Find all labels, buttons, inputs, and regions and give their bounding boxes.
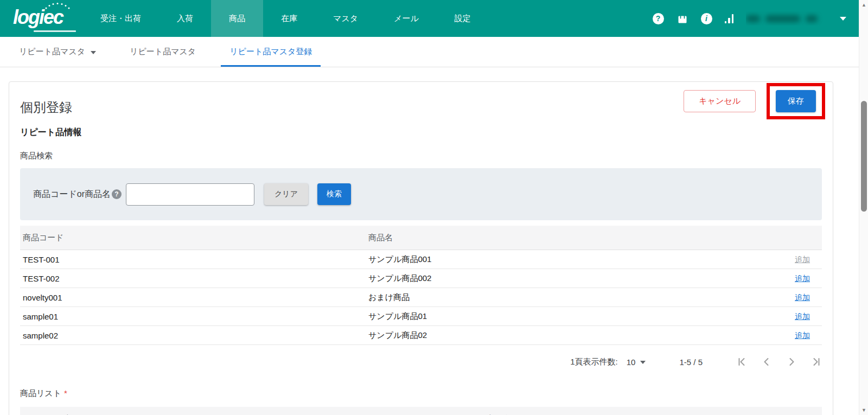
- cell-product-code: TEST-002: [20, 274, 368, 283]
- signal-bars-icon[interactable]: [725, 14, 734, 23]
- per-page-select[interactable]: 10: [627, 357, 646, 367]
- cell-product-code: TEST-001: [20, 255, 368, 264]
- nav-item-stock[interactable]: 在庫: [263, 0, 315, 37]
- cell-product-name: サンプル商品01: [368, 311, 795, 322]
- table-row: sample02 サンプル商品02 追加: [20, 326, 822, 345]
- table-row: TEST-002 サンプル商品002 追加: [20, 269, 822, 288]
- pagination-range: 1-5 / 5: [679, 357, 703, 367]
- pager-controls: [736, 356, 822, 367]
- next-page-icon[interactable]: [786, 356, 797, 367]
- col-header-product-name: 商品名: [368, 233, 822, 243]
- product-list-header-row: リピート品商品コード* リピート品商品名: [20, 407, 822, 415]
- search-field-label: 商品コードor商品名 ?: [33, 189, 122, 200]
- tab-repeat-master[interactable]: リピート品マスタ: [130, 37, 196, 67]
- table-row: sample01 サンプル商品01 追加: [20, 307, 822, 326]
- field-help-icon[interactable]: ?: [112, 189, 122, 199]
- annotation-highlight-box: 保存: [767, 83, 825, 119]
- logo-tagline: [34, 30, 76, 32]
- logo-rays-icon: [44, 2, 71, 9]
- nav-menu: 受注・出荷 入荷 商品 在庫 マスタ メール 設定: [82, 0, 489, 37]
- nav-item-master[interactable]: マスタ: [315, 0, 376, 37]
- per-page-label: 1頁表示件数:: [570, 357, 618, 367]
- nav-item-settings[interactable]: 設定: [437, 0, 489, 37]
- last-page-icon[interactable]: [811, 356, 822, 367]
- add-link-disabled: 追加: [795, 255, 810, 264]
- tab-dropdown-label: リピート品マスタ: [19, 47, 85, 57]
- nav-item-mail[interactable]: メール: [376, 0, 437, 37]
- table-row: TEST-001 サンプル商品001 追加: [20, 250, 822, 269]
- cell-product-name: おまけ商品: [368, 292, 795, 303]
- cell-product-name: サンプル商品001: [368, 254, 795, 265]
- add-link[interactable]: 追加: [795, 331, 810, 340]
- pagination-bar: 1頁表示件数: 10 1-5 / 5: [20, 350, 822, 374]
- logo-text: logiec: [13, 8, 63, 27]
- navbar-right: ? i: [653, 0, 847, 37]
- add-link[interactable]: 追加: [795, 293, 810, 302]
- chevron-down-icon: [640, 361, 646, 364]
- cell-product-code: novelty001: [20, 293, 368, 302]
- scroll-up-icon[interactable]: ▲: [859, 1, 868, 9]
- cell-product-name: サンプル商品02: [368, 330, 795, 341]
- cell-product-name: サンプル商品002: [368, 273, 795, 284]
- chevron-down-icon: [91, 51, 96, 54]
- info-icon[interactable]: i: [701, 13, 712, 24]
- header-buttons: キャンセル 保存: [684, 83, 825, 119]
- page-title: 個別登録: [20, 87, 72, 116]
- shopping-bag-icon[interactable]: [676, 12, 688, 24]
- user-menu-caret-icon[interactable]: [840, 17, 846, 21]
- cell-product-code: sample02: [20, 331, 368, 340]
- required-asterisk: *: [64, 388, 67, 398]
- col-header-product-code: 商品コード: [20, 233, 368, 243]
- help-icon[interactable]: ?: [653, 13, 664, 24]
- prev-page-icon[interactable]: [761, 356, 772, 367]
- nav-item-orders[interactable]: 受注・出荷: [82, 0, 159, 37]
- scroll-down-icon[interactable]: ▼: [859, 406, 868, 414]
- vertical-scrollbar[interactable]: ▲ ▼: [859, 0, 868, 415]
- section-title: リピート品情報: [20, 127, 822, 138]
- register-card: 個別登録 キャンセル 保存 リピート品情報 商品検索 商品コードor商品名 ? …: [9, 81, 833, 415]
- clear-button[interactable]: クリア: [264, 183, 308, 205]
- add-link[interactable]: 追加: [795, 274, 810, 283]
- nav-item-products[interactable]: 商品: [211, 0, 263, 37]
- table-header-row: 商品コード 商品名: [20, 226, 822, 250]
- sub-tabbar: リピート品マスタ リピート品マスタ リピート品マスタ登録: [0, 37, 868, 67]
- search-button[interactable]: 検索: [317, 183, 351, 205]
- card-header: 個別登録 キャンセル 保存: [9, 82, 833, 119]
- save-button[interactable]: 保存: [776, 90, 816, 112]
- search-results-table: 商品コード 商品名 TEST-001 サンプル商品001 追加 TEST-002…: [20, 226, 822, 345]
- tab-repeat-master-dropdown[interactable]: リピート品マスタ: [19, 37, 96, 67]
- table-row: novelty001 おまけ商品 追加: [20, 288, 822, 307]
- user-account-redacted[interactable]: [746, 11, 827, 25]
- add-link[interactable]: 追加: [795, 312, 810, 321]
- product-list-title: 商品リスト*: [20, 388, 822, 399]
- logiec-logo[interactable]: logiec: [13, 0, 63, 37]
- first-page-icon[interactable]: [736, 356, 747, 367]
- nav-item-inbound[interactable]: 入荷: [159, 0, 211, 37]
- product-search-panel: 商品コードor商品名 ? クリア 検索: [20, 168, 822, 220]
- product-search-title: 商品検索: [20, 151, 822, 161]
- scrollbar-thumb[interactable]: [861, 101, 867, 212]
- top-navbar: logiec 受注・出荷 入荷 商品 在庫 マスタ メール 設定 ? i: [0, 0, 868, 37]
- tab-repeat-master-register[interactable]: リピート品マスタ登録: [229, 37, 312, 67]
- search-input[interactable]: [126, 183, 254, 206]
- cell-product-code: sample01: [20, 312, 368, 321]
- cancel-button[interactable]: キャンセル: [684, 90, 756, 112]
